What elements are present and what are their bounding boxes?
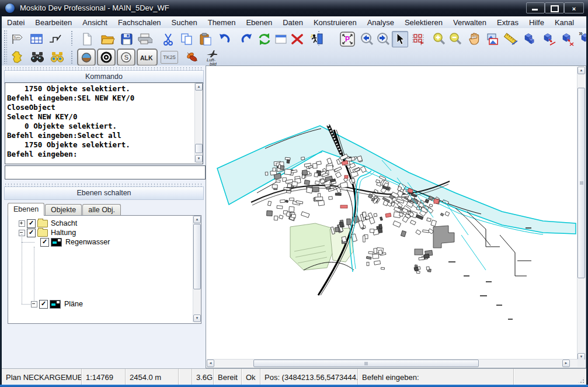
map-vertical-scrollbar[interactable]: ▲ ▼ <box>577 67 585 361</box>
menu-item[interactable]: Ansicht <box>77 16 113 28</box>
expand-plus-icon[interactable] <box>19 220 25 227</box>
tree-connector <box>22 304 32 305</box>
delete-button[interactable] <box>289 31 305 47</box>
grid-select-button[interactable] <box>410 31 426 47</box>
map-canvas[interactable] <box>207 67 578 361</box>
scroll-up-arrow[interactable]: ▲ <box>195 83 203 91</box>
menu-item[interactable]: Daten <box>277 16 308 28</box>
luftbild-button[interactable]: Luft- bild <box>204 48 222 67</box>
s-toggle-button[interactable]: S <box>117 49 135 66</box>
close-icon: × <box>572 5 576 12</box>
scroll-right-arrow[interactable]: ► <box>562 360 570 367</box>
view-forward-button[interactable] <box>375 31 392 47</box>
regenwasser-checkbox[interactable]: ✓ <box>40 238 49 247</box>
plaene-checkbox[interactable]: ✓ <box>39 300 48 309</box>
scrollbar-thumb[interactable] <box>193 224 201 289</box>
alk-toggle-button[interactable]: ALK <box>137 49 158 66</box>
title-bar[interactable]: Moskito Dev Professional - MAIN_5Dev_WF … <box>0 0 588 16</box>
scroll-left-arrow[interactable]: ◄ <box>207 360 214 367</box>
menu-item[interactable]: Bearbeiten <box>30 16 77 28</box>
tab-objekte[interactable]: Objekte <box>45 204 82 216</box>
print-button[interactable] <box>137 31 153 47</box>
scrollbar-thumb[interactable] <box>253 360 479 367</box>
tree-scrollbar[interactable]: ▲ ▼ <box>193 216 201 322</box>
exit-button[interactable] <box>309 31 325 47</box>
scroll-down-arrow[interactable]: ▼ <box>195 155 203 163</box>
console-scrollbar[interactable]: ▲ ▼ <box>194 83 203 163</box>
status-plan: Plan NECKARGEMUEND <box>2 369 82 385</box>
polyline-tool-button[interactable] <box>47 31 64 47</box>
object-delete-button[interactable] <box>560 31 576 47</box>
minimize-button[interactable] <box>526 2 545 13</box>
view-back-button[interactable] <box>359 31 375 47</box>
tab-ebenen[interactable]: Ebenen <box>8 203 44 216</box>
autumn-button[interactable] <box>184 49 200 65</box>
object-copy-button[interactable] <box>522 31 538 47</box>
tree-row-haltung[interactable]: ✓ Haltung <box>19 228 76 237</box>
haltung-checkbox[interactable]: ✓ <box>27 229 36 237</box>
menu-item[interactable]: Kanal <box>549 16 579 28</box>
scroll-up-arrow[interactable]: ▲ <box>577 67 585 74</box>
symbol-tool-button[interactable]: Sym <box>9 31 25 47</box>
window-button[interactable] <box>273 31 289 47</box>
image-overlay-button[interactable] <box>484 31 500 47</box>
germany-map-icon <box>10 50 24 64</box>
menu-item[interactable]: Selektieren <box>399 16 448 28</box>
command-input[interactable] <box>5 165 206 179</box>
zoom-in-button[interactable] <box>431 31 447 47</box>
layer-label[interactable]: Schacht <box>51 219 77 227</box>
tree-row-regenwasser[interactable]: ✓ Regenwasser <box>40 237 110 247</box>
open-button[interactable] <box>100 31 116 47</box>
layer-label[interactable]: Haltung <box>51 229 76 237</box>
menu-item[interactable]: Analyse <box>362 16 399 28</box>
cut-button[interactable] <box>160 31 176 47</box>
menu-item[interactable]: Extras <box>492 16 524 28</box>
tab-alle-obj[interactable]: alle Obj. <box>82 204 121 216</box>
paste-button[interactable] <box>197 31 214 47</box>
fit-view-button[interactable]: P <box>339 31 356 47</box>
search-objects-button[interactable] <box>29 49 46 65</box>
measure-button[interactable] <box>503 31 519 47</box>
schacht-checkbox[interactable]: ✓ <box>27 219 36 228</box>
germany-button[interactable] <box>9 49 25 65</box>
menu-item[interactable]: Datei <box>2 16 30 28</box>
table-tool-button[interactable] <box>29 31 45 47</box>
select-button[interactable] <box>392 31 408 47</box>
save-button[interactable] <box>119 31 135 47</box>
scrollbar-thumb[interactable] <box>195 144 203 153</box>
wasser-toggle-button[interactable] <box>77 49 96 66</box>
layer-label[interactable]: Regenwasser <box>65 238 110 246</box>
scroll-down-arrow[interactable]: ▼ <box>193 315 201 322</box>
cursor-icon <box>394 33 406 46</box>
copy-button[interactable] <box>179 31 195 47</box>
menu-item[interactable]: Verwalten <box>448 16 492 28</box>
map-horizontal-scrollbar[interactable]: ◄ ► <box>207 359 578 367</box>
menu-item[interactable]: Fachschalen <box>113 16 166 28</box>
menu-bar: DateiBearbeitenAnsichtFachschalenSuchenT… <box>2 16 586 29</box>
maximize-button[interactable] <box>545 2 564 13</box>
tree-row-plaene[interactable]: ✓ Pläne <box>31 299 83 309</box>
close-button[interactable]: × <box>564 2 584 13</box>
object-move-button[interactable] <box>541 31 558 47</box>
menu-item[interactable]: Suchen <box>166 16 203 28</box>
open-folder-icon <box>100 32 116 46</box>
menu-item[interactable]: Themen <box>203 16 241 28</box>
menu-item[interactable]: Hilfe <box>524 16 549 28</box>
layer-label[interactable]: Pläne <box>64 300 83 308</box>
zoom-out-button[interactable] <box>447 31 464 47</box>
menu-item[interactable]: Konstruieren <box>308 16 362 28</box>
redo-button[interactable] <box>238 31 255 47</box>
pan-button[interactable] <box>467 31 483 47</box>
search-coords-button[interactable] <box>49 49 65 65</box>
scrollbar-thumb[interactable] <box>577 88 585 278</box>
tk25-toggle-button[interactable]: TK25 <box>161 51 178 64</box>
resize-grip[interactable] <box>577 376 585 384</box>
menu-item[interactable]: Ebenen <box>241 16 277 28</box>
collapse-minus-icon[interactable] <box>31 301 37 307</box>
new-button[interactable] <box>79 31 95 47</box>
undo-button[interactable] <box>217 31 233 47</box>
target-toggle-button[interactable] <box>97 49 116 66</box>
tree-row-schacht[interactable]: ✓ Schacht <box>19 219 77 228</box>
scroll-up-arrow[interactable]: ▲ <box>193 216 201 223</box>
refresh-button[interactable] <box>256 31 273 47</box>
